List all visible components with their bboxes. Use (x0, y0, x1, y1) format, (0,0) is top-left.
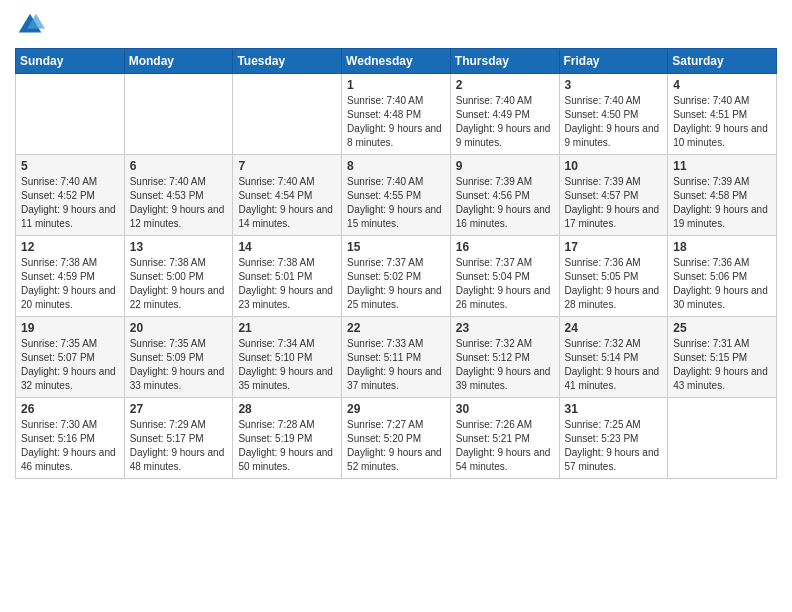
day-info: Sunrise: 7:40 AM Sunset: 4:54 PM Dayligh… (238, 175, 336, 231)
day-cell-25: 25Sunrise: 7:31 AM Sunset: 5:15 PM Dayli… (668, 317, 777, 398)
day-cell-27: 27Sunrise: 7:29 AM Sunset: 5:17 PM Dayli… (124, 398, 233, 479)
day-number: 31 (565, 402, 663, 416)
day-cell-6: 6Sunrise: 7:40 AM Sunset: 4:53 PM Daylig… (124, 155, 233, 236)
day-number: 4 (673, 78, 771, 92)
day-info: Sunrise: 7:36 AM Sunset: 5:06 PM Dayligh… (673, 256, 771, 312)
day-number: 28 (238, 402, 336, 416)
weekday-header-saturday: Saturday (668, 49, 777, 74)
day-number: 25 (673, 321, 771, 335)
empty-cell (668, 398, 777, 479)
day-info: Sunrise: 7:37 AM Sunset: 5:04 PM Dayligh… (456, 256, 554, 312)
weekday-header-thursday: Thursday (450, 49, 559, 74)
day-cell-13: 13Sunrise: 7:38 AM Sunset: 5:00 PM Dayli… (124, 236, 233, 317)
day-number: 12 (21, 240, 119, 254)
day-info: Sunrise: 7:27 AM Sunset: 5:20 PM Dayligh… (347, 418, 445, 474)
day-number: 18 (673, 240, 771, 254)
week-row-5: 26Sunrise: 7:30 AM Sunset: 5:16 PM Dayli… (16, 398, 777, 479)
day-cell-30: 30Sunrise: 7:26 AM Sunset: 5:21 PM Dayli… (450, 398, 559, 479)
day-number: 30 (456, 402, 554, 416)
week-row-1: 1Sunrise: 7:40 AM Sunset: 4:48 PM Daylig… (16, 74, 777, 155)
day-info: Sunrise: 7:40 AM Sunset: 4:51 PM Dayligh… (673, 94, 771, 150)
day-info: Sunrise: 7:40 AM Sunset: 4:48 PM Dayligh… (347, 94, 445, 150)
day-info: Sunrise: 7:30 AM Sunset: 5:16 PM Dayligh… (21, 418, 119, 474)
weekday-header-tuesday: Tuesday (233, 49, 342, 74)
day-number: 8 (347, 159, 445, 173)
day-number: 7 (238, 159, 336, 173)
day-cell-15: 15Sunrise: 7:37 AM Sunset: 5:02 PM Dayli… (342, 236, 451, 317)
day-info: Sunrise: 7:29 AM Sunset: 5:17 PM Dayligh… (130, 418, 228, 474)
day-info: Sunrise: 7:34 AM Sunset: 5:10 PM Dayligh… (238, 337, 336, 393)
day-cell-17: 17Sunrise: 7:36 AM Sunset: 5:05 PM Dayli… (559, 236, 668, 317)
day-number: 2 (456, 78, 554, 92)
calendar-table: SundayMondayTuesdayWednesdayThursdayFrid… (15, 48, 777, 479)
day-cell-16: 16Sunrise: 7:37 AM Sunset: 5:04 PM Dayli… (450, 236, 559, 317)
day-cell-24: 24Sunrise: 7:32 AM Sunset: 5:14 PM Dayli… (559, 317, 668, 398)
day-number: 23 (456, 321, 554, 335)
day-number: 5 (21, 159, 119, 173)
day-info: Sunrise: 7:26 AM Sunset: 5:21 PM Dayligh… (456, 418, 554, 474)
day-cell-8: 8Sunrise: 7:40 AM Sunset: 4:55 PM Daylig… (342, 155, 451, 236)
day-number: 27 (130, 402, 228, 416)
logo (15, 10, 49, 40)
day-info: Sunrise: 7:35 AM Sunset: 5:09 PM Dayligh… (130, 337, 228, 393)
day-info: Sunrise: 7:32 AM Sunset: 5:12 PM Dayligh… (456, 337, 554, 393)
day-number: 22 (347, 321, 445, 335)
day-info: Sunrise: 7:37 AM Sunset: 5:02 PM Dayligh… (347, 256, 445, 312)
day-cell-28: 28Sunrise: 7:28 AM Sunset: 5:19 PM Dayli… (233, 398, 342, 479)
day-info: Sunrise: 7:39 AM Sunset: 4:58 PM Dayligh… (673, 175, 771, 231)
day-cell-7: 7Sunrise: 7:40 AM Sunset: 4:54 PM Daylig… (233, 155, 342, 236)
day-info: Sunrise: 7:31 AM Sunset: 5:15 PM Dayligh… (673, 337, 771, 393)
day-cell-10: 10Sunrise: 7:39 AM Sunset: 4:57 PM Dayli… (559, 155, 668, 236)
day-info: Sunrise: 7:28 AM Sunset: 5:19 PM Dayligh… (238, 418, 336, 474)
day-number: 17 (565, 240, 663, 254)
day-number: 10 (565, 159, 663, 173)
day-number: 6 (130, 159, 228, 173)
weekday-header-friday: Friday (559, 49, 668, 74)
day-number: 24 (565, 321, 663, 335)
week-row-3: 12Sunrise: 7:38 AM Sunset: 4:59 PM Dayli… (16, 236, 777, 317)
day-number: 1 (347, 78, 445, 92)
day-cell-11: 11Sunrise: 7:39 AM Sunset: 4:58 PM Dayli… (668, 155, 777, 236)
day-cell-2: 2Sunrise: 7:40 AM Sunset: 4:49 PM Daylig… (450, 74, 559, 155)
empty-cell (124, 74, 233, 155)
day-info: Sunrise: 7:35 AM Sunset: 5:07 PM Dayligh… (21, 337, 119, 393)
week-row-2: 5Sunrise: 7:40 AM Sunset: 4:52 PM Daylig… (16, 155, 777, 236)
day-cell-5: 5Sunrise: 7:40 AM Sunset: 4:52 PM Daylig… (16, 155, 125, 236)
day-info: Sunrise: 7:36 AM Sunset: 5:05 PM Dayligh… (565, 256, 663, 312)
day-cell-12: 12Sunrise: 7:38 AM Sunset: 4:59 PM Dayli… (16, 236, 125, 317)
day-info: Sunrise: 7:38 AM Sunset: 5:01 PM Dayligh… (238, 256, 336, 312)
day-number: 11 (673, 159, 771, 173)
day-cell-14: 14Sunrise: 7:38 AM Sunset: 5:01 PM Dayli… (233, 236, 342, 317)
day-info: Sunrise: 7:40 AM Sunset: 4:53 PM Dayligh… (130, 175, 228, 231)
day-info: Sunrise: 7:38 AM Sunset: 5:00 PM Dayligh… (130, 256, 228, 312)
day-number: 15 (347, 240, 445, 254)
weekday-header-sunday: Sunday (16, 49, 125, 74)
day-number: 20 (130, 321, 228, 335)
weekday-header-wednesday: Wednesday (342, 49, 451, 74)
weekday-header-row: SundayMondayTuesdayWednesdayThursdayFrid… (16, 49, 777, 74)
day-info: Sunrise: 7:40 AM Sunset: 4:55 PM Dayligh… (347, 175, 445, 231)
day-info: Sunrise: 7:33 AM Sunset: 5:11 PM Dayligh… (347, 337, 445, 393)
empty-cell (16, 74, 125, 155)
day-number: 16 (456, 240, 554, 254)
day-info: Sunrise: 7:40 AM Sunset: 4:52 PM Dayligh… (21, 175, 119, 231)
day-info: Sunrise: 7:40 AM Sunset: 4:49 PM Dayligh… (456, 94, 554, 150)
day-info: Sunrise: 7:40 AM Sunset: 4:50 PM Dayligh… (565, 94, 663, 150)
empty-cell (233, 74, 342, 155)
day-cell-26: 26Sunrise: 7:30 AM Sunset: 5:16 PM Dayli… (16, 398, 125, 479)
day-info: Sunrise: 7:25 AM Sunset: 5:23 PM Dayligh… (565, 418, 663, 474)
day-cell-3: 3Sunrise: 7:40 AM Sunset: 4:50 PM Daylig… (559, 74, 668, 155)
day-cell-1: 1Sunrise: 7:40 AM Sunset: 4:48 PM Daylig… (342, 74, 451, 155)
day-number: 3 (565, 78, 663, 92)
week-row-4: 19Sunrise: 7:35 AM Sunset: 5:07 PM Dayli… (16, 317, 777, 398)
day-info: Sunrise: 7:39 AM Sunset: 4:56 PM Dayligh… (456, 175, 554, 231)
day-cell-18: 18Sunrise: 7:36 AM Sunset: 5:06 PM Dayli… (668, 236, 777, 317)
logo-icon (15, 10, 45, 40)
day-cell-4: 4Sunrise: 7:40 AM Sunset: 4:51 PM Daylig… (668, 74, 777, 155)
day-number: 19 (21, 321, 119, 335)
day-cell-29: 29Sunrise: 7:27 AM Sunset: 5:20 PM Dayli… (342, 398, 451, 479)
day-number: 26 (21, 402, 119, 416)
day-cell-9: 9Sunrise: 7:39 AM Sunset: 4:56 PM Daylig… (450, 155, 559, 236)
day-number: 9 (456, 159, 554, 173)
day-number: 29 (347, 402, 445, 416)
